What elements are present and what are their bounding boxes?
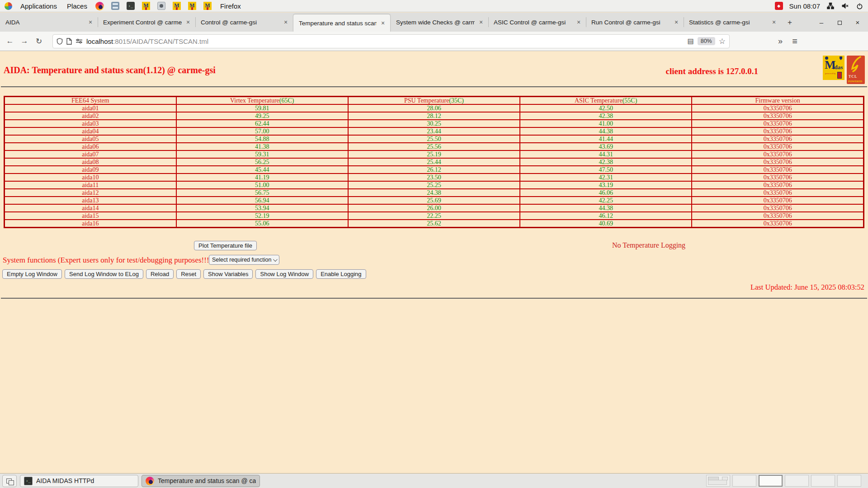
tcl-powered-logo: TCL POWERED — [847, 56, 865, 84]
table-row: aida0641.3825.56 43.690x3350706 — [5, 143, 864, 150]
clock[interactable]: Sun 08:07 — [789, 2, 820, 10]
table-row: aida0362.4430.25 41.000x3350706 — [5, 120, 864, 127]
browser-tab[interactable]: Run Control @ carme-gsi × — [586, 13, 684, 32]
table-row: aida0159.8128.06 42.500x3350706 — [5, 104, 864, 112]
tab-close-icon[interactable]: × — [87, 19, 94, 26]
action-button[interactable]: Enable Logging — [316, 269, 366, 279]
tcl-feather-icon — [848, 56, 864, 76]
action-button[interactable]: Send Log Window to ELog — [65, 269, 143, 279]
midas-launcher-icon-2[interactable]: M — [173, 2, 181, 10]
table-row: aida1256.7524.38 46.060x3350706 — [5, 189, 864, 197]
taskbar-window-httpd[interactable]: ›_ AIDA MIDAS HTTPd — [20, 475, 138, 487]
table-row: aida0457.0023.44 44.380x3350706 — [5, 127, 864, 135]
overflow-menu-icon[interactable]: » — [773, 37, 788, 46]
action-button[interactable]: Reload — [146, 269, 174, 279]
maximize-window-icon[interactable] — [838, 21, 842, 25]
table-row: aida1151.0025.25 43.190x3350706 — [5, 181, 864, 189]
midas-launcher-icon-3[interactable]: M — [188, 2, 196, 10]
tab-close-icon[interactable]: × — [770, 19, 778, 26]
table-header-row: FEE64 SystemVirtex Temperature(65C)PSU T… — [5, 97, 864, 105]
workspace-cell[interactable] — [785, 475, 809, 487]
gnome-top-bar: Applications Places ›_ M M M M Firefox ◆… — [0, 0, 868, 12]
browser-tab[interactable]: Statistics @ carme-gsi × — [684, 13, 781, 32]
function-select[interactable]: Select required function — [209, 255, 279, 265]
table-body: aida0159.8128.06 42.500x3350706 aida0249… — [5, 104, 864, 228]
page-info-icon[interactable] — [66, 38, 72, 45]
midas-launcher-icon-4[interactable]: M — [203, 2, 212, 10]
firefox-launcher-icon[interactable] — [95, 2, 104, 10]
browser-tab[interactable]: System wide Checks @ carm × — [391, 13, 488, 32]
tab-strip: AIDA × Experiment Control @ carme × Cont… — [0, 13, 781, 32]
applications-menu[interactable]: Applications — [19, 2, 59, 10]
client-address: client address is 127.0.0.1 — [666, 66, 758, 76]
chevron-down-icon — [273, 257, 278, 262]
action-button[interactable]: Empty Log Window — [2, 269, 62, 279]
browser-tab-bar: AIDA × Experiment Control @ carme × Cont… — [0, 13, 868, 32]
browser-tab[interactable]: AIDA × — [0, 13, 98, 32]
power-icon[interactable] — [855, 2, 863, 10]
action-button[interactable]: Reset — [176, 269, 201, 279]
browser-tab[interactable]: Temperature and status scan × — [293, 14, 391, 32]
table-row: aida0249.2528.12 42.380x3350706 — [5, 112, 864, 120]
tab-close-icon[interactable]: × — [477, 19, 485, 26]
forward-icon[interactable]: → — [17, 37, 32, 46]
table-row: aida1041.1923.50 42.310x3350706 — [5, 174, 864, 181]
back-icon[interactable]: ← — [3, 37, 17, 46]
browser-tab[interactable]: ASIC Control @ carme-gsi × — [488, 13, 586, 32]
volume-muted-icon[interactable] — [841, 2, 849, 10]
browser-nav-bar: ← → ↻ localhost:8015/AIDA/TSCAN/TSCAN.tm… — [0, 32, 868, 51]
workspace-cell[interactable] — [837, 475, 861, 487]
new-tab-button[interactable]: + — [784, 17, 796, 28]
plot-temperature-button[interactable]: Plot Temperature file — [194, 241, 257, 250]
tab-close-icon[interactable]: × — [184, 19, 192, 26]
url-bar[interactable]: localhost:8015/AIDA/TSCAN/TSCAN.tml ▤ 80… — [52, 34, 730, 48]
url-text[interactable]: localhost:8015/AIDA/TSCAN/TSCAN.tml — [86, 38, 684, 45]
tab-close-icon[interactable]: × — [575, 19, 582, 26]
workspace-cell[interactable] — [732, 475, 756, 487]
no-logging-status: No Temperature Logging — [612, 241, 685, 249]
action-button-row: Empty Log WindowSend Log Window to ELogR… — [2, 269, 366, 279]
network-icon[interactable] — [826, 2, 835, 10]
terminal-launcher-icon[interactable]: ›_ — [127, 2, 135, 10]
table-row: aida0945.4426.12 47.500x3350706 — [5, 166, 864, 174]
taskbar: ›_ AIDA MIDAS HTTPd Temperature and stat… — [0, 473, 868, 488]
gnome-applications-icon[interactable] — [5, 2, 12, 10]
zoom-level-badge[interactable]: 80% — [698, 37, 715, 45]
table-row: aida1552.1922.25 46.120x3350706 — [5, 212, 864, 220]
shield-icon[interactable] — [57, 38, 63, 45]
screen-record-indicator-icon[interactable]: ◆ — [775, 2, 783, 10]
action-button[interactable]: Show Log Window — [255, 269, 313, 279]
reader-mode-icon[interactable]: ▤ — [688, 37, 694, 45]
workspace-cell[interactable] — [811, 475, 835, 487]
divider — [1, 298, 867, 299]
close-window-icon[interactable]: × — [854, 19, 861, 26]
table-row: aida0856.2525.44 42.380x3350706 — [5, 158, 864, 166]
action-button[interactable]: Show Variables — [203, 269, 253, 279]
places-menu[interactable]: Places — [65, 2, 89, 10]
table-row: aida0759.3125.19 44.310x3350706 — [5, 150, 864, 158]
screenshot-launcher-icon[interactable] — [157, 2, 165, 10]
midas-logo-badge — [837, 72, 842, 79]
terminal-icon: ›_ — [24, 477, 33, 485]
last-updated: Last Updated: June 15, 2025 08:03:52 — [750, 283, 864, 292]
workspace-cell[interactable] — [759, 475, 783, 487]
active-app-label[interactable]: Firefox — [218, 2, 243, 10]
minimize-window-icon[interactable]: – — [818, 19, 825, 26]
permissions-sliders-icon[interactable] — [75, 38, 83, 44]
show-desktop-button[interactable] — [2, 475, 17, 487]
files-launcher-icon[interactable] — [111, 2, 119, 10]
firefox-icon — [146, 477, 154, 485]
midas-launcher-icon-1[interactable]: M — [142, 2, 150, 10]
tab-close-icon[interactable]: × — [673, 19, 680, 26]
tab-close-icon[interactable]: × — [282, 19, 289, 26]
bookmark-star-icon[interactable]: ☆ — [719, 37, 726, 46]
browser-tab[interactable]: Experiment Control @ carme × — [98, 13, 195, 32]
system-functions-label: System functions (Expert users only for … — [3, 256, 212, 265]
taskbar-window-firefox[interactable]: Temperature and status scan @ car... — [142, 475, 260, 487]
reload-icon[interactable]: ↻ — [32, 37, 46, 46]
divider — [1, 86, 867, 87]
browser-tab[interactable]: Control @ carme-gsi × — [195, 13, 293, 32]
workspace-cell[interactable] — [706, 475, 730, 487]
tab-close-icon[interactable]: × — [379, 19, 387, 27]
app-menu-icon[interactable]: ≡ — [788, 36, 802, 47]
